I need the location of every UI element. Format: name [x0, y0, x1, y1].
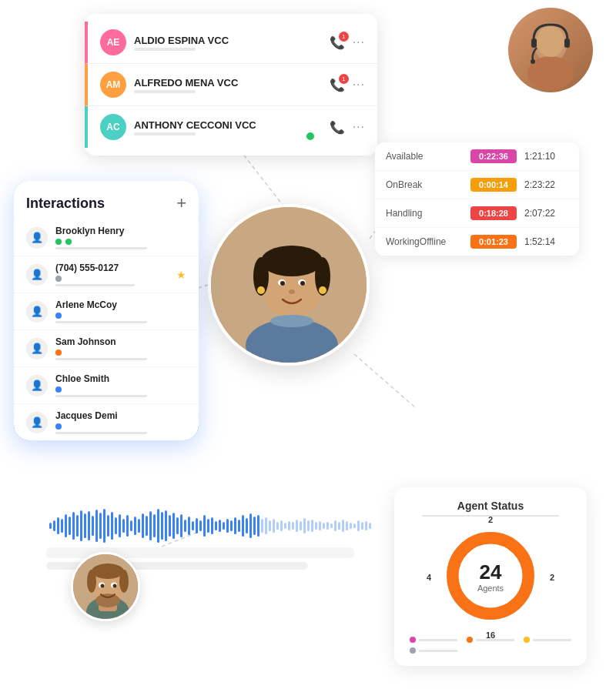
donut-num-bottom: 16: [486, 630, 495, 640]
vcc-bar-2: [134, 90, 196, 93]
contact-name: Brooklyn Henry: [55, 226, 186, 236]
status-label-available: Available: [386, 151, 463, 162]
status-total-handling: 2:07:22: [524, 208, 555, 219]
agent-count-label: Agents: [477, 584, 504, 593]
status-label-working-offline: WorkingOffline: [386, 236, 463, 247]
wave-bar: [203, 515, 206, 537]
wave-bar: [307, 520, 310, 531]
vcc-row-2: AM ALFREDO MENA VCC 📞 1 ···: [85, 64, 377, 106]
interactions-panel: Interactions + 👤 Brooklyn Henry 👤 (704) …: [14, 181, 199, 440]
interaction-bar: [55, 247, 147, 249]
list-item[interactable]: 👤 Arlene McCoy: [14, 293, 199, 330]
vcc-icons-1: 📞 1 ···: [330, 35, 365, 50]
wave-bar: [230, 520, 233, 531]
interactions-add-button[interactable]: +: [176, 193, 186, 213]
wave-bar: [169, 515, 171, 537]
agent-status-title: Agent Status: [407, 500, 574, 512]
wave-bar: [199, 520, 202, 531]
wave-bar: [369, 523, 371, 529]
interaction-content: (704) 555-0127: [55, 263, 169, 286]
wave-bar: [253, 517, 256, 535]
wave-bar: [146, 516, 148, 536]
vcc-avatar-ae: AE: [100, 29, 126, 55]
contact-icon: 👤: [26, 227, 48, 249]
interaction-content: Brooklyn Henry: [55, 226, 186, 249]
list-item[interactable]: 👤 Sam Johnson: [14, 330, 199, 367]
legend-dot-gray: [410, 647, 416, 654]
wave-bar: [130, 520, 132, 531]
status-table: Available 0:22:36 1:21:10 OnBreak 0:00:1…: [375, 142, 579, 256]
legend-item-4: [410, 647, 457, 654]
agent-status-panel: Agent Status 24 Agents 2 2 16 4: [394, 487, 587, 666]
phone-badge-1: 1: [339, 32, 349, 42]
phone-badge-2: 1: [339, 74, 349, 84]
more-dots-3[interactable]: ···: [353, 120, 365, 134]
list-item[interactable]: 👤 Brooklyn Henry: [14, 219, 199, 256]
wave-bar: [84, 513, 86, 538]
contact-name: Chloe Smith: [55, 373, 186, 384]
status-dot-blue3: [55, 423, 62, 430]
wave-bar: [196, 518, 198, 533]
wave-bar: [350, 523, 352, 529]
list-item[interactable]: 👤 Jacques Demi: [14, 404, 199, 440]
vcc-avatar-am: AM: [100, 72, 126, 98]
wave-bar: [188, 517, 190, 535]
vcc-agent-photo: [508, 8, 593, 92]
svg-point-35: [92, 564, 124, 579]
donut-num-top: 2: [488, 515, 493, 524]
wave-bar: [103, 509, 105, 543]
wave-bar: [69, 517, 71, 535]
agent-count: 24: [477, 562, 504, 582]
svg-point-22: [289, 289, 295, 294]
wave-bar: [311, 520, 313, 532]
list-item[interactable]: 👤 (704) 555-0127 ★: [14, 256, 199, 293]
legend-bar-1: [419, 639, 457, 641]
wave-bar: [142, 513, 144, 538]
phone-icon-3[interactable]: 📞: [330, 120, 345, 135]
more-dots-1[interactable]: ···: [353, 35, 365, 49]
wave-bar: [300, 521, 302, 530]
wave-bar: [80, 510, 82, 541]
status-label-handling: Handling: [386, 208, 463, 219]
wave-bar: [249, 513, 252, 538]
contact-icon: 👤: [26, 301, 48, 323]
vcc-name-1: ALDIO ESPINA VCC: [134, 35, 322, 46]
legend-dot-orange: [467, 637, 473, 643]
wave-bar: [107, 515, 109, 537]
legend-dot-yellow: [524, 637, 530, 643]
vcc-row-1: AE ALDIO ESPINA VCC 📞 1 ···: [85, 22, 377, 64]
vcc-icons-3: 📞 ···: [330, 120, 365, 135]
wave-bar: [157, 509, 159, 543]
svg-point-42: [113, 584, 117, 588]
svg-point-24: [319, 286, 326, 294]
wave-bar: [238, 520, 240, 532]
donut-num-right: 2: [550, 573, 554, 582]
legend-bar-3: [533, 639, 571, 641]
phone-icon-2[interactable]: 📞 1: [330, 78, 345, 92]
svg-line-3: [354, 354, 416, 408]
wave-bar: [207, 519, 209, 533]
phone-icon-1[interactable]: 📞 1: [330, 35, 345, 50]
vcc-bar-3: [134, 132, 196, 135]
wave-bar: [246, 518, 248, 533]
wave-bar: [115, 517, 117, 534]
audio-waveform[interactable]: [46, 510, 354, 541]
svg-point-41: [101, 584, 105, 588]
vcc-bar-1: [134, 48, 196, 51]
wave-bar: [161, 512, 163, 540]
wave-bar: [57, 517, 59, 534]
wave-bar: [265, 517, 267, 534]
wave-bar: [134, 517, 136, 535]
wave-bar: [126, 515, 129, 537]
wave-bar: [342, 520, 344, 532]
contact-icon: 👤: [26, 412, 48, 433]
svg-point-21: [300, 281, 305, 286]
list-item[interactable]: 👤 Chloe Smith: [14, 367, 199, 404]
more-dots-2[interactable]: ···: [353, 78, 365, 92]
wave-bar: [122, 519, 125, 533]
legend-item-3: [524, 637, 571, 643]
interaction-bar: [55, 358, 147, 360]
wave-bar: [257, 515, 259, 537]
donut-center: 24 Agents: [477, 562, 504, 593]
wave-bar: [261, 519, 263, 533]
